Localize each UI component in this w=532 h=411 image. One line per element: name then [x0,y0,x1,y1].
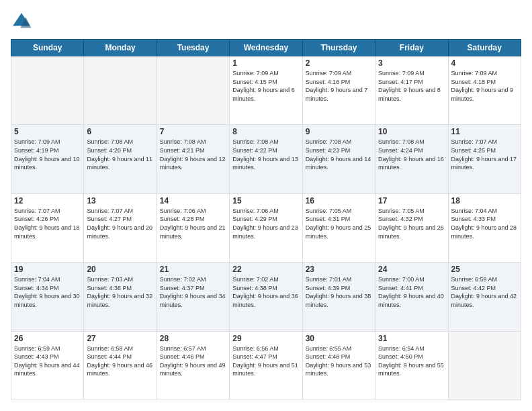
calendar-cell [84,56,157,125]
day-info: Sunrise: 7:07 AM Sunset: 4:27 PM Dayligh… [87,207,153,240]
day-number: 10 [378,127,445,136]
day-number: 31 [378,334,445,343]
calendar-cell: 31Sunrise: 6:54 AM Sunset: 4:50 PM Dayli… [375,331,448,400]
calendar: SundayMondayTuesdayWednesdayThursdayFrid… [11,39,521,400]
calendar-cell: 30Sunrise: 6:55 AM Sunset: 4:48 PM Dayli… [302,331,375,400]
day-number: 28 [160,334,226,343]
day-number: 24 [378,265,445,274]
day-number: 6 [87,127,153,136]
day-info: Sunrise: 6:59 AM Sunset: 4:43 PM Dayligh… [14,345,81,378]
weekday-header-tuesday: Tuesday [157,40,229,56]
calendar-week-4: 19Sunrise: 7:04 AM Sunset: 4:34 PM Dayli… [11,263,521,331]
weekday-header-monday: Monday [84,40,157,56]
header [11,11,521,32]
calendar-cell: 15Sunrise: 7:06 AM Sunset: 4:29 PM Dayli… [230,193,302,262]
day-info: Sunrise: 7:07 AM Sunset: 4:26 PM Dayligh… [14,207,81,240]
calendar-cell: 7Sunrise: 7:08 AM Sunset: 4:21 PM Daylig… [157,125,229,193]
day-info: Sunrise: 7:08 AM Sunset: 4:22 PM Dayligh… [232,138,299,171]
calendar-cell: 16Sunrise: 7:05 AM Sunset: 4:31 PM Dayli… [302,193,375,262]
day-number: 13 [87,196,153,205]
weekday-header-friday: Friday [375,40,448,56]
day-number: 18 [451,196,518,205]
calendar-cell: 14Sunrise: 7:06 AM Sunset: 4:28 PM Dayli… [157,193,229,262]
day-number: 25 [451,265,518,274]
calendar-cell [448,331,521,400]
calendar-cell: 19Sunrise: 7:04 AM Sunset: 4:34 PM Dayli… [11,263,84,331]
day-info: Sunrise: 6:56 AM Sunset: 4:47 PM Dayligh… [232,345,299,378]
day-number: 1 [232,58,299,68]
weekday-header-sunday: Sunday [11,40,84,56]
day-number: 16 [306,196,372,205]
day-info: Sunrise: 7:01 AM Sunset: 4:39 PM Dayligh… [306,275,372,309]
day-info: Sunrise: 7:04 AM Sunset: 4:34 PM Dayligh… [14,275,81,309]
day-info: Sunrise: 7:09 AM Sunset: 4:17 PM Dayligh… [378,69,445,103]
day-number: 20 [87,265,153,274]
calendar-week-2: 5Sunrise: 7:09 AM Sunset: 4:19 PM Daylig… [11,125,521,193]
calendar-cell: 21Sunrise: 7:02 AM Sunset: 4:37 PM Dayli… [157,263,229,331]
day-info: Sunrise: 7:09 AM Sunset: 4:19 PM Dayligh… [14,138,81,171]
logo [11,11,35,32]
calendar-cell [157,56,229,125]
page: SundayMondayTuesdayWednesdayThursdayFrid… [0,0,532,411]
calendar-cell: 22Sunrise: 7:02 AM Sunset: 4:38 PM Dayli… [230,263,302,331]
day-info: Sunrise: 7:03 AM Sunset: 4:36 PM Dayligh… [87,275,153,309]
weekday-header-wednesday: Wednesday [230,40,302,56]
day-number: 12 [14,196,81,205]
calendar-cell: 29Sunrise: 6:56 AM Sunset: 4:47 PM Dayli… [230,331,302,400]
day-number: 22 [232,265,299,274]
day-number: 3 [378,58,445,68]
calendar-cell: 13Sunrise: 7:07 AM Sunset: 4:27 PM Dayli… [84,193,157,262]
day-info: Sunrise: 7:05 AM Sunset: 4:32 PM Dayligh… [378,207,445,240]
calendar-week-3: 12Sunrise: 7:07 AM Sunset: 4:26 PM Dayli… [11,193,521,262]
day-number: 8 [232,127,299,136]
day-number: 4 [451,58,518,68]
day-number: 27 [87,334,153,343]
day-number: 14 [160,196,226,205]
calendar-cell: 2Sunrise: 7:09 AM Sunset: 4:16 PM Daylig… [302,56,375,125]
day-number: 30 [306,334,372,343]
calendar-cell: 3Sunrise: 7:09 AM Sunset: 4:17 PM Daylig… [375,56,448,125]
calendar-cell: 24Sunrise: 7:00 AM Sunset: 4:41 PM Dayli… [375,263,448,331]
day-info: Sunrise: 7:07 AM Sunset: 4:25 PM Dayligh… [451,138,518,171]
calendar-cell: 6Sunrise: 7:08 AM Sunset: 4:20 PM Daylig… [84,125,157,193]
weekday-header-row: SundayMondayTuesdayWednesdayThursdayFrid… [11,40,521,56]
calendar-cell [11,56,84,125]
weekday-header-thursday: Thursday [302,40,375,56]
day-info: Sunrise: 6:58 AM Sunset: 4:44 PM Dayligh… [87,345,153,378]
calendar-cell: 1Sunrise: 7:09 AM Sunset: 4:15 PM Daylig… [230,56,302,125]
day-info: Sunrise: 7:08 AM Sunset: 4:20 PM Dayligh… [87,138,153,171]
day-info: Sunrise: 7:08 AM Sunset: 4:23 PM Dayligh… [306,138,372,171]
day-number: 9 [306,127,372,136]
day-number: 5 [14,127,81,136]
calendar-cell: 27Sunrise: 6:58 AM Sunset: 4:44 PM Dayli… [84,331,157,400]
day-info: Sunrise: 7:06 AM Sunset: 4:28 PM Dayligh… [160,207,226,240]
day-number: 15 [232,196,299,205]
day-info: Sunrise: 7:00 AM Sunset: 4:41 PM Dayligh… [378,275,445,309]
calendar-cell: 12Sunrise: 7:07 AM Sunset: 4:26 PM Dayli… [11,193,84,262]
day-info: Sunrise: 7:08 AM Sunset: 4:21 PM Dayligh… [160,138,226,171]
day-info: Sunrise: 7:09 AM Sunset: 4:18 PM Dayligh… [451,69,518,103]
weekday-header-saturday: Saturday [448,40,521,56]
calendar-cell: 20Sunrise: 7:03 AM Sunset: 4:36 PM Dayli… [84,263,157,331]
calendar-cell: 17Sunrise: 7:05 AM Sunset: 4:32 PM Dayli… [375,193,448,262]
day-info: Sunrise: 6:57 AM Sunset: 4:46 PM Dayligh… [160,345,226,378]
day-info: Sunrise: 6:59 AM Sunset: 4:42 PM Dayligh… [451,275,518,309]
calendar-cell: 18Sunrise: 7:04 AM Sunset: 4:33 PM Dayli… [448,193,521,262]
day-number: 11 [451,127,518,136]
calendar-cell: 25Sunrise: 6:59 AM Sunset: 4:42 PM Dayli… [448,263,521,331]
day-info: Sunrise: 6:55 AM Sunset: 4:48 PM Dayligh… [306,345,372,378]
day-number: 17 [378,196,445,205]
day-number: 21 [160,265,226,274]
day-number: 26 [14,334,81,343]
day-info: Sunrise: 7:09 AM Sunset: 4:15 PM Dayligh… [232,69,299,103]
day-number: 23 [306,265,372,274]
calendar-cell: 26Sunrise: 6:59 AM Sunset: 4:43 PM Dayli… [11,331,84,400]
calendar-cell: 23Sunrise: 7:01 AM Sunset: 4:39 PM Dayli… [302,263,375,331]
calendar-cell: 5Sunrise: 7:09 AM Sunset: 4:19 PM Daylig… [11,125,84,193]
calendar-cell: 10Sunrise: 7:08 AM Sunset: 4:24 PM Dayli… [375,125,448,193]
calendar-week-1: 1Sunrise: 7:09 AM Sunset: 4:15 PM Daylig… [11,56,521,125]
day-number: 7 [160,127,226,136]
day-info: Sunrise: 7:05 AM Sunset: 4:31 PM Dayligh… [306,207,372,240]
calendar-week-5: 26Sunrise: 6:59 AM Sunset: 4:43 PM Dayli… [11,331,521,400]
day-number: 19 [14,265,81,274]
